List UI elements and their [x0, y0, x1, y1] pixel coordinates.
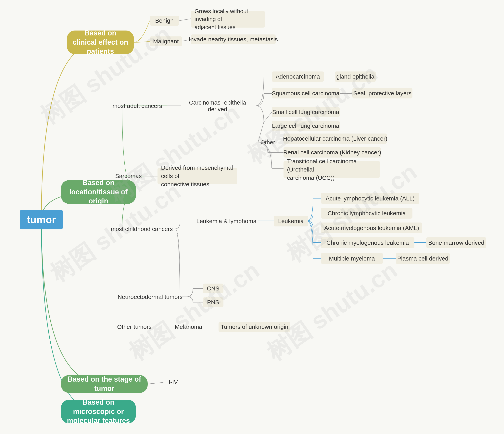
node-other-tumors: Other tumors: [112, 322, 156, 332]
node-neuroectodermal: Neuroectodermal tumors: [112, 291, 188, 302]
multiple-myeloma-label: Multiple myeloma: [329, 255, 375, 262]
stage-label-text: I-IV: [169, 379, 178, 385]
node-multiple-myeloma: Multiple myeloma: [321, 253, 383, 264]
l1-clinical: Based on clinical effect on patients: [67, 30, 134, 54]
node-hepatocellular: Hepatocellular carcinoma (Liver cancer): [284, 134, 387, 144]
svg-line-0: [179, 19, 191, 21]
other-tumors-label: Other tumors: [117, 324, 152, 330]
node-most-child: most childhood cancers: [108, 224, 175, 234]
node-cns: CNS: [203, 284, 224, 293]
node-large-cell: Large cell lung carcinoma: [272, 121, 340, 131]
node-small-cell: Small cell lung carcinoma: [272, 107, 340, 117]
node-melanoma: Melanoma: [171, 322, 206, 332]
node-mm-desc: Plasma cell derived: [396, 253, 450, 264]
all-label: Acute lymphocytic leukemia (ALL): [326, 195, 415, 202]
melanoma-label: Melanoma: [175, 324, 202, 330]
node-stage-label: I-IV: [163, 377, 183, 387]
node-malignant-desc: Invade nearby tissues, metastasis: [191, 35, 276, 44]
l1-clinical-label: Based on clinical effect on patients: [72, 28, 128, 56]
root-node: tumor: [20, 210, 63, 229]
node-transitional: Transitional cell carcinoma (Urothelial …: [284, 161, 380, 178]
node-adenocarcinoma: Adenocarcinoma: [272, 72, 324, 82]
node-malignant: Malignant: [150, 36, 182, 46]
cml-desc-label: Bone marrow derived: [428, 239, 484, 246]
cml-label: Chronic myelogenous leukemia: [326, 239, 409, 246]
most-adult-label: most adult cancers: [113, 103, 162, 109]
node-squamous-desc: Seal, protective layers: [352, 88, 413, 99]
sarcomas-desc-label: Derived from mesenchymal cells of connec…: [161, 164, 234, 189]
leukemia-lymphoma-label: Leukemia & lymphoma: [196, 218, 256, 225]
mm-desc-label: Plasma cell derived: [397, 255, 448, 262]
node-pns: PNS: [203, 297, 224, 307]
l1-stage: Based on the stage of tumor: [61, 375, 148, 393]
root-label: tumor: [27, 214, 56, 226]
node-leukemia: Leukemia: [274, 216, 308, 226]
node-carcinomas: Carcinomas -epithelia derived: [181, 100, 254, 111]
l1-stage-label: Based on the stage of tumor: [67, 375, 142, 393]
svg-line-31: [148, 382, 163, 384]
svg-line-6: [264, 112, 272, 122]
watermark-4: 树图 shutu.cn: [123, 255, 266, 368]
small-cell-label: Small cell lung carcinoma: [272, 109, 339, 115]
l1-location-label: Based on location/tissue of origin: [67, 178, 130, 206]
large-cell-label: Large cell lung carcinoma: [272, 122, 339, 129]
node-cml: Chronic myelogenous leukemia: [321, 237, 414, 248]
squamous-label: Squamous cell carcinoma: [272, 90, 340, 97]
carcinomas-label: Carcinomas -epithelia derived: [181, 99, 254, 113]
node-benign-desc: Grows locally without invading of adjace…: [191, 11, 265, 27]
malignant-desc-label: Invade nearby tissues, metastasis: [189, 36, 278, 43]
malignant-label: Malignant: [153, 38, 179, 45]
node-cml-desc: Bone marrow derived: [426, 237, 486, 248]
node-other-carc: Other: [258, 137, 278, 147]
unknown-origin-label: Tumors of unknown origin: [220, 324, 288, 330]
most-child-label: most childhood cancers: [111, 226, 173, 232]
watermark-7: 树图 shutu.cn: [261, 255, 404, 368]
squamous-desc-label: Seal, protective layers: [353, 90, 412, 97]
node-aml: Acute myelogenous leukemia (AML): [321, 223, 422, 233]
transitional-label: Transitional cell carcinoma (Urothelial …: [287, 157, 377, 182]
benign-label: Benign: [155, 17, 173, 24]
cns-label: CNS: [207, 285, 219, 292]
adenocarcinoma-desc-label: gland epithelia: [336, 73, 374, 80]
adenocarcinoma-label: Adenocarcinoma: [276, 73, 320, 80]
hepatocellular-label: Hepatocellular carcinoma (Liver cancer): [283, 135, 387, 142]
node-benign: Benign: [150, 16, 179, 26]
renal-label: Renal cell carcinoma (Kidney cancer): [283, 149, 381, 156]
pns-label: PNS: [207, 299, 219, 306]
other-carc-label: Other: [260, 139, 275, 146]
node-cll: Chronic lymphocytic leukemia: [321, 208, 413, 218]
leukemia-label: Leukemia: [278, 218, 304, 225]
node-renal: Renal cell carcinoma (Kidney cancer): [284, 147, 381, 158]
node-unknown-origin: Tumors of unknown origin: [218, 322, 290, 332]
node-squamous: Squamous cell carcinoma: [272, 88, 340, 99]
benign-desc-label: Grows locally without invading of adjace…: [195, 7, 261, 31]
mind-map: 树图 shutu.cn 树图 shutu.cn 树图 shutu.cn 树图 s…: [0, 0, 504, 434]
sarcomas-label: Sarcomas: [115, 173, 142, 179]
node-adenocarcinoma-desc: gland epithelia: [335, 72, 376, 82]
node-all: Acute lymphocytic leukemia (ALL): [321, 193, 419, 204]
l1-microscopic: Based on microscopic or molecular featur…: [61, 400, 136, 423]
neuroectodermal-label: Neuroectodermal tumors: [117, 294, 182, 300]
node-most-adult: most adult cancers: [108, 100, 166, 111]
aml-label: Acute myelogenous leukemia (AML): [324, 225, 419, 231]
node-sarcomas: Sarcomas: [112, 171, 145, 181]
l1-location: Based on location/tissue of origin: [61, 180, 136, 204]
node-leukemia-lymphoma: Leukemia & lymphoma: [195, 216, 258, 226]
cll-label: Chronic lymphocytic leukemia: [328, 210, 406, 217]
node-sarcomas-desc: Derived from mesenchymal cells of connec…: [158, 168, 237, 184]
l1-microscopic-label: Based on microscopic or molecular featur…: [67, 398, 130, 425]
